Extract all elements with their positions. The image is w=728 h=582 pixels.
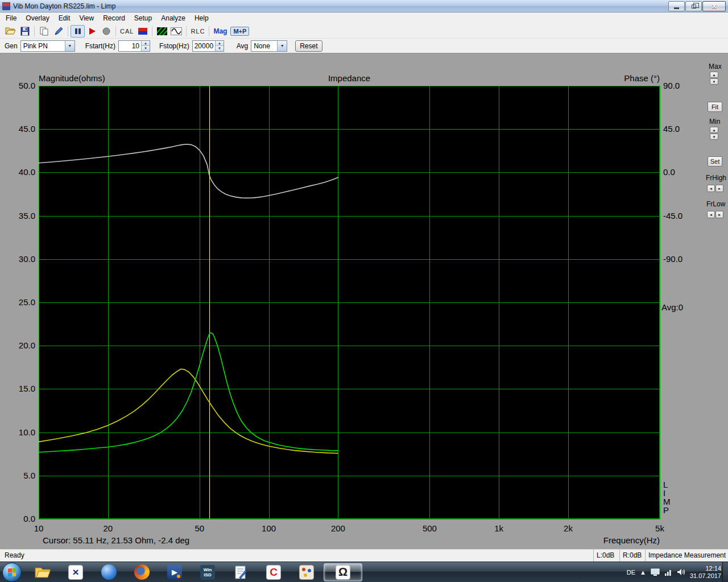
copy-button[interactable] (37, 25, 51, 38)
svg-text:1k: 1k (494, 523, 503, 533)
taskbar-browser-button[interactable] (93, 563, 125, 581)
spin-up-icon[interactable]: ▲ (142, 41, 150, 47)
calibration-levels-button[interactable] (135, 25, 150, 38)
spin-down-icon[interactable]: ▼ (142, 46, 150, 51)
generator-select[interactable]: Pink PN ▼ (20, 40, 75, 52)
menu-analyze[interactable]: Analyze (156, 13, 190, 24)
paint-palette-icon (299, 565, 314, 580)
taskbar-notes-button[interactable] (225, 563, 257, 581)
pause-icon (75, 28, 81, 35)
taskbar-capture-button[interactable]: C (258, 563, 289, 581)
fit-button[interactable]: Fit (708, 102, 722, 112)
svg-text:30.0: 30.0 (19, 254, 35, 264)
fstart-value[interactable]: 10 (119, 41, 141, 51)
edit-pen-button[interactable] (51, 25, 65, 38)
avg-select[interactable]: None ▼ (251, 40, 287, 52)
spin-up-icon[interactable]: ▲ (216, 41, 224, 47)
svg-text:90.0: 90.0 (663, 81, 680, 90)
avg-label: Avg (237, 42, 248, 50)
menu-view[interactable]: View (75, 13, 98, 24)
tray-language[interactable]: DE (627, 569, 635, 576)
copy-icon (40, 27, 49, 36)
max-up-button[interactable]: ▲ (710, 72, 718, 78)
pause-button[interactable] (71, 25, 85, 38)
min-down-button[interactable]: ▼ (710, 134, 718, 140)
svg-text:Cursor: 55.11 Hz, 21.53 Ohm, -: Cursor: 55.11 Hz, 21.53 Ohm, -2.4 deg (43, 535, 189, 545)
chevron-down-icon[interactable]: ▼ (277, 41, 287, 51)
taskbar: × ▶ WinISD C Ω (0, 562, 728, 582)
chevron-down-icon[interactable]: ▼ (65, 41, 75, 51)
fstop-input[interactable]: 20000 ▲▼ (192, 40, 224, 52)
gen-label: Gen (5, 42, 18, 50)
save-button[interactable] (18, 25, 32, 38)
minimize-icon (674, 7, 679, 9)
menu-setup[interactable]: Setup (130, 13, 156, 24)
system-tray: DE ▲ 12:14 31.07.2017 (627, 562, 721, 582)
restore-button[interactable] (685, 1, 702, 11)
stop-button[interactable] (99, 25, 113, 38)
svg-text:35.0: 35.0 (19, 211, 35, 221)
media-player-icon: ▶ (167, 565, 182, 580)
mag-label: Mag (213, 27, 227, 35)
impedance-chart[interactable]: 0.05.010.015.020.025.030.035.040.045.050… (0, 53, 728, 549)
close-icon: × (712, 2, 716, 10)
taskbar-arta-button[interactable]: × (60, 563, 92, 581)
magnitude-phase-view-button[interactable]: M+P (229, 25, 251, 38)
frlow-right-button[interactable]: ► (715, 211, 723, 218)
svg-text:15.0: 15.0 (19, 384, 35, 393)
frlow-left-button[interactable]: ◄ (707, 211, 715, 218)
tray-network-icon[interactable] (664, 569, 672, 576)
min-label: Min (709, 118, 720, 126)
magnitude-view-button[interactable]: Mag (212, 25, 229, 38)
fstart-input[interactable]: 10 ▲▼ (118, 40, 150, 52)
tray-monitor-icon[interactable] (651, 568, 660, 576)
fstop-value[interactable]: 20000 (193, 41, 215, 51)
set-button[interactable]: Set (708, 156, 722, 167)
start-button[interactable] (2, 563, 22, 582)
show-desktop-button[interactable] (722, 562, 728, 582)
status-left-level: L:0dB (593, 550, 619, 562)
calibrate-button[interactable]: CAL (118, 25, 135, 38)
open-button[interactable] (3, 25, 18, 38)
min-up-button[interactable]: ▲ (710, 127, 718, 133)
taskbar-paint-button[interactable] (291, 563, 322, 581)
minimize-button[interactable] (668, 1, 685, 11)
green-hatch-icon (157, 27, 167, 35)
svg-text:10: 10 (34, 523, 44, 533)
menu-file[interactable]: File (1, 13, 21, 24)
svg-text:50.0: 50.0 (19, 81, 35, 90)
tray-volume-icon[interactable] (677, 568, 685, 576)
tray-date: 31.07.2017 (690, 572, 721, 580)
tray-expand-icon[interactable]: ▲ (640, 569, 646, 576)
taskbar-explorer-button[interactable] (27, 563, 59, 581)
omega-icon: Ω (338, 566, 348, 579)
spin-down-icon[interactable]: ▼ (216, 46, 224, 51)
max-down-button[interactable]: ▼ (710, 78, 718, 85)
svg-text:25.0: 25.0 (19, 297, 35, 307)
menu-edit[interactable]: Edit (54, 13, 75, 24)
taskbar-firefox-button[interactable] (126, 563, 158, 581)
spectrum-button[interactable] (155, 25, 169, 38)
close-button[interactable]: × (702, 1, 726, 11)
rlc-label: RLC (191, 28, 205, 35)
menu-record[interactable]: Record (98, 13, 130, 24)
tray-clock[interactable]: 12:14 31.07.2017 (690, 565, 721, 580)
taskbar-limp-button[interactable]: Ω (324, 563, 362, 581)
menu-help[interactable]: Help (190, 13, 213, 24)
reset-button[interactable]: Reset (295, 40, 322, 52)
svg-text:-45.0: -45.0 (663, 211, 682, 221)
svg-text:Magnitude(ohms): Magnitude(ohms) (39, 73, 105, 83)
toolbar-separator (68, 26, 68, 36)
rlc-button[interactable]: RLC (189, 25, 206, 38)
record-button[interactable] (85, 25, 99, 38)
frhigh-left-button[interactable]: ◄ (707, 185, 715, 192)
menu-overlay[interactable]: Overlay (21, 13, 53, 24)
app-icon (2, 2, 10, 10)
taskbar-media-player-button[interactable]: ▶ (159, 563, 191, 581)
generator-button[interactable] (169, 25, 184, 38)
svg-text:50: 50 (195, 523, 204, 533)
frhigh-right-button[interactable]: ► (715, 185, 723, 192)
taskbar-winisd-button[interactable]: WinISD (192, 563, 224, 581)
svg-text:100: 100 (262, 523, 276, 533)
svg-text:2k: 2k (564, 523, 573, 533)
